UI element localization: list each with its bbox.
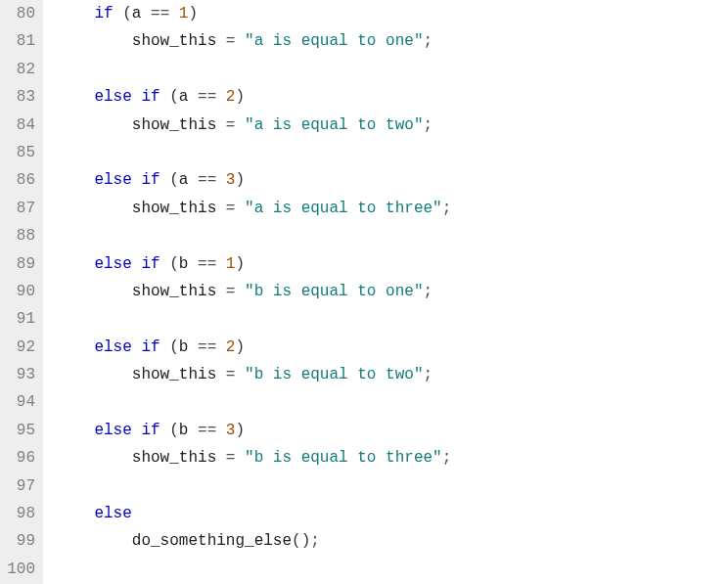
code-token: if — [94, 5, 113, 22]
code-token: b — [179, 338, 189, 356]
code-line[interactable]: else if (a == 3) — [57, 166, 451, 194]
line-number: 92 — [4, 334, 35, 361]
line-number: 98 — [4, 500, 35, 527]
code-token: "a is equal to two" — [245, 116, 423, 134]
line-number: 91 — [4, 305, 35, 333]
code-editor-area[interactable]: if (a == 1) show_this = "a is equal to o… — [43, 0, 451, 584]
code-token — [57, 32, 132, 50]
code-token: ) — [235, 171, 245, 189]
code-token: 2 — [226, 338, 236, 356]
code-token: = — [216, 366, 245, 383]
code-line[interactable]: else if (b == 2) — [57, 334, 451, 361]
code-token: a — [132, 5, 142, 22]
code-line[interactable]: else — [57, 500, 451, 527]
code-token: ( — [114, 5, 132, 22]
line-number: 85 — [4, 139, 35, 166]
code-token: a — [179, 88, 189, 106]
code-token: 1 — [179, 5, 189, 22]
code-token: ; — [423, 116, 432, 134]
code-line[interactable] — [57, 139, 451, 166]
code-token: "a is equal to one" — [245, 32, 423, 50]
code-token: == — [188, 422, 225, 439]
code-line[interactable]: do_something_else(); — [57, 527, 451, 555]
code-token: () — [292, 532, 310, 550]
code-line[interactable] — [57, 556, 451, 583]
line-number: 88 — [4, 222, 35, 249]
code-token: == — [188, 88, 225, 106]
code-token: = — [216, 32, 245, 50]
code-line[interactable] — [57, 305, 451, 333]
code-token: == — [141, 5, 178, 22]
code-token: "a is equal to three" — [245, 200, 442, 217]
line-number: 87 — [4, 195, 35, 222]
code-token — [57, 338, 94, 356]
code-line[interactable]: show_this = "a is equal to two"; — [57, 112, 451, 139]
code-token: "b is equal to one" — [245, 283, 423, 300]
code-token: 3 — [226, 422, 236, 439]
line-number: 95 — [4, 417, 35, 444]
code-token: 1 — [226, 255, 236, 273]
code-token: ; — [423, 283, 432, 300]
code-token: ; — [423, 32, 432, 50]
code-token: 3 — [226, 171, 236, 189]
code-line[interactable] — [57, 472, 451, 500]
code-token — [57, 171, 94, 189]
code-token: ; — [442, 200, 452, 217]
line-number: 100 — [4, 556, 35, 583]
code-token: = — [216, 116, 245, 134]
code-token — [57, 283, 132, 300]
code-line[interactable] — [57, 56, 451, 83]
code-line[interactable]: else if (b == 3) — [57, 417, 451, 444]
code-token: 2 — [226, 88, 236, 106]
code-token: "b is equal to three" — [245, 449, 442, 467]
code-token — [57, 366, 132, 383]
code-token: show_this — [132, 283, 216, 300]
line-number: 83 — [4, 83, 35, 111]
code-token: = — [216, 200, 245, 217]
code-token: == — [188, 255, 225, 273]
line-number: 94 — [4, 388, 35, 416]
code-token — [57, 5, 94, 22]
code-line[interactable] — [57, 222, 451, 249]
code-token: ( — [160, 171, 179, 189]
line-number: 93 — [4, 361, 35, 388]
code-token: else if — [94, 88, 159, 106]
code-line[interactable]: show_this = "a is equal to one"; — [57, 27, 451, 55]
code-line[interactable]: show_this = "b is equal to one"; — [57, 278, 451, 305]
code-token — [57, 116, 132, 134]
code-token — [57, 505, 94, 522]
code-token: do_something_else — [132, 532, 292, 550]
code-token — [57, 255, 94, 273]
code-token: b — [179, 422, 189, 439]
code-token: "b is equal to two" — [245, 366, 423, 383]
code-line[interactable] — [57, 388, 451, 416]
code-line[interactable]: else if (a == 2) — [57, 83, 451, 111]
code-token: else — [94, 505, 131, 522]
code-token — [57, 88, 94, 106]
code-line[interactable]: show_this = "b is equal to three"; — [57, 444, 451, 472]
code-line[interactable]: show_this = "b is equal to two"; — [57, 361, 451, 388]
code-token: b — [179, 255, 189, 273]
code-line[interactable]: show_this = "a is equal to three"; — [57, 195, 451, 222]
code-token: ) — [188, 5, 198, 22]
code-token: ; — [310, 532, 320, 550]
code-token: ) — [235, 255, 245, 273]
code-token: ( — [160, 422, 179, 439]
line-number: 86 — [4, 166, 35, 194]
code-token: show_this — [132, 116, 216, 134]
code-token — [57, 532, 132, 550]
code-token: else if — [94, 422, 159, 439]
line-number: 90 — [4, 278, 35, 305]
line-number: 89 — [4, 250, 35, 278]
code-token: ( — [160, 88, 179, 106]
code-line[interactable]: if (a == 1) — [57, 0, 451, 27]
code-token: ) — [235, 88, 245, 106]
code-token: show_this — [132, 200, 216, 217]
code-token: ; — [423, 366, 432, 383]
line-number: 99 — [4, 527, 35, 555]
code-line[interactable]: else if (b == 1) — [57, 250, 451, 278]
code-token: = — [216, 449, 245, 467]
line-number: 82 — [4, 56, 35, 83]
code-token — [57, 449, 132, 467]
line-number: 80 — [4, 0, 35, 27]
